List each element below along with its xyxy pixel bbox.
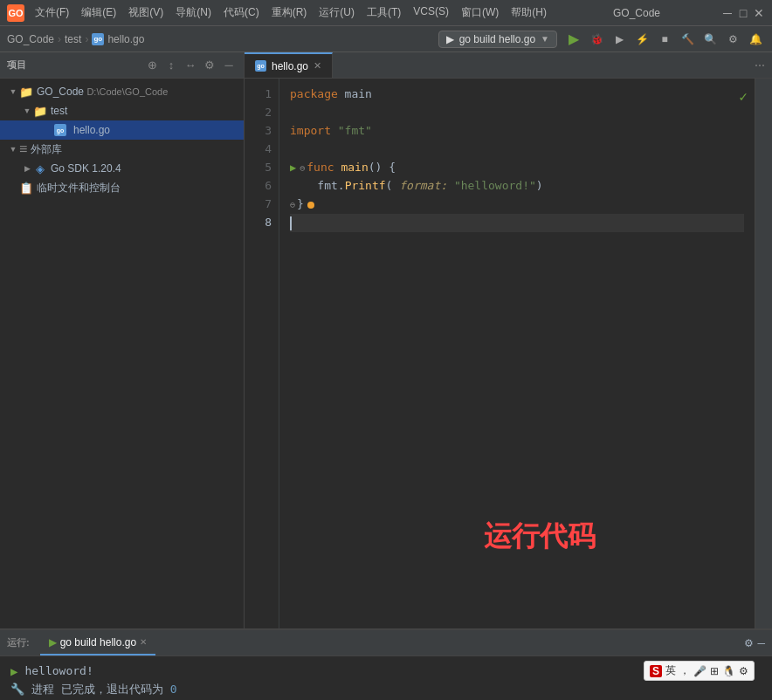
tree-icon-temp: 📋	[19, 182, 33, 195]
code-line-8[interactable]	[290, 214, 744, 232]
tree-label-hello-go: hello.go	[73, 124, 110, 136]
sidebar-minimize-icon[interactable]: ─	[221, 58, 237, 73]
stop-button[interactable]: ■	[655, 30, 674, 49]
code-content[interactable]: ✓ package main import "fmt" ▶ ⊖ func mai	[279, 79, 755, 628]
app-logo: GO	[7, 4, 24, 22]
tree-item-root[interactable]: ▼ 📁 GO_Code D:\Code\GO_Code	[0, 82, 244, 101]
search-button[interactable]: 🔍	[700, 30, 720, 49]
tree-item-test[interactable]: ▼ 📁 test	[0, 101, 244, 120]
ime-item-1[interactable]: 英	[665, 663, 676, 678]
code-editor: 1 2 3 4 5 6 7 8 ✓ package main import	[245, 79, 772, 628]
menu-vcs[interactable]: VCS(S)	[408, 3, 454, 22]
bottom-tab-bar: 运行: ▶ go build hello.go ✕ ⚙ ─	[0, 630, 772, 656]
fold-icon-5[interactable]: ⊖	[300, 161, 305, 175]
tree-label-temp: 临时文件和控制台	[37, 181, 121, 196]
breadcrumb-sep2: ›	[85, 33, 88, 45]
tree-icon-ext: ≡	[19, 141, 27, 157]
cursor	[290, 216, 299, 230]
tree-label-sdk: Go SDK 1.20.4	[51, 162, 121, 175]
main-area: 项目 ⊕ ↕ ↔ ⚙ ─ ▼ 📁 GO_Code D:\Code\GO_Code…	[0, 52, 772, 628]
tree-arrow-ext: ▼	[7, 143, 19, 155]
btab-run-close[interactable]: ✕	[140, 637, 147, 647]
sidebar-expand-icon[interactable]: ↕	[163, 58, 179, 73]
fn-printf: Printf	[345, 177, 386, 196]
menu-view[interactable]: 视图(V)	[123, 3, 169, 22]
plain-space	[331, 122, 338, 141]
tab-bar: go hello.go ✕ ⋯	[245, 52, 772, 79]
settings-button[interactable]: ⚙	[723, 30, 742, 49]
menu-help[interactable]: 帮助(H)	[506, 3, 552, 22]
brace-close: }	[297, 196, 304, 214]
run-config[interactable]: ▶ go build hello.go ▼	[438, 31, 557, 48]
code-line-6: fmt.Printf( format: "helloword!")	[290, 177, 744, 196]
code-line-7: ⊖ }	[290, 196, 744, 214]
btab-settings-icon[interactable]: ⚙	[744, 637, 754, 649]
tree-icon-test: 📁	[33, 104, 47, 118]
plain-paren: () {	[369, 159, 396, 177]
ime-mic-icon[interactable]: 🎤	[693, 665, 707, 677]
maximize-button[interactable]: □	[737, 7, 749, 19]
editor-tab-hello-go[interactable]: go hello.go ✕	[245, 52, 333, 78]
str-helloword: "helloword!"	[454, 177, 536, 196]
sidebar-collapse-icon[interactable]: ↔	[183, 58, 198, 73]
tab-label: hello.go	[272, 60, 308, 72]
plain-main: main	[338, 86, 372, 104]
editor-area: go hello.go ✕ ⋯ 1 2 3 4 5 6 7 8 ✓ packag	[245, 52, 772, 628]
run-config-label: go build hello.go	[459, 33, 535, 45]
breadcrumb-file-icon: go	[92, 33, 104, 45]
breadcrumb: GO_Code › test › go hello.go	[7, 33, 144, 45]
plain-space2	[334, 159, 341, 177]
menu-bar: 文件(F) 编辑(E) 视图(V) 导航(N) 代码(C) 重构(R) 运行(U…	[30, 3, 552, 22]
tree-label-test: test	[51, 105, 67, 117]
plain-indent: fmt.	[290, 177, 345, 196]
menu-window[interactable]: 窗口(W)	[456, 3, 504, 22]
toolbar-run-icons: ▶ 🐞 ▶ ⚡ ■ 🔨 🔍 ⚙ 🔔	[564, 30, 765, 49]
ime-penguin-icon[interactable]: 🐧	[722, 665, 735, 677]
tree-item-sdk[interactable]: ▶ ◈ Go SDK 1.20.4	[0, 159, 244, 178]
run-gutter-icon[interactable]: ▶	[290, 160, 296, 176]
menu-code[interactable]: 代码(C)	[218, 3, 265, 22]
breadcrumb-project[interactable]: GO_Code	[7, 33, 54, 45]
ime-brand-icon: S	[650, 665, 662, 677]
ime-grid-icon[interactable]: ⊞	[710, 665, 719, 677]
tree-item-ext-libs[interactable]: ▼ ≡ 外部库	[0, 140, 244, 159]
tab-close-button[interactable]: ✕	[314, 60, 321, 72]
menu-nav[interactable]: 导航(N)	[170, 3, 217, 22]
sidebar-add-icon[interactable]: ⊕	[144, 58, 160, 73]
ime-settings-icon[interactable]: ⚙	[739, 665, 748, 677]
kw-func: func	[307, 159, 334, 177]
menu-file[interactable]: 文件(F)	[30, 3, 74, 22]
output-arrow-icon: ▶	[10, 662, 17, 681]
breadcrumb-subfolder[interactable]: test	[65, 33, 81, 45]
sidebar-settings-icon[interactable]: ⚙	[202, 58, 217, 73]
minimize-button[interactable]: ─	[721, 7, 734, 19]
tree-arrow-test: ▼	[21, 105, 33, 117]
debug-button[interactable]: 🐞	[587, 30, 606, 49]
line-num-7: 7	[245, 196, 279, 214]
menu-run[interactable]: 运行(U)	[314, 3, 360, 22]
title-bar: GO 文件(F) 编辑(E) 视图(V) 导航(N) 代码(C) 重构(R) 运…	[0, 0, 772, 26]
sidebar-panel-label: 项目	[7, 58, 141, 72]
menu-tools[interactable]: 工具(T)	[362, 3, 406, 22]
menu-refactor[interactable]: 重构(R)	[266, 3, 313, 22]
close-button[interactable]: ✕	[753, 7, 765, 19]
line-num-8: 8	[245, 214, 279, 232]
tree-label-root: GO_Code D:\Code\GO_Code	[37, 86, 168, 98]
menu-edit[interactable]: 编辑(E)	[76, 3, 121, 22]
profile-button[interactable]: ⚡	[632, 30, 651, 49]
breadcrumb-file[interactable]: hello.go	[107, 33, 144, 45]
tree-arrow-root: ▼	[7, 86, 19, 98]
ime-bar[interactable]: S 英 ， 🎤 ⊞ 🐧 ⚙	[644, 661, 755, 681]
btab-minimize-icon[interactable]: ─	[757, 637, 765, 649]
coverage-button[interactable]: ▶	[610, 30, 629, 49]
btab-run[interactable]: ▶ go build hello.go ✕	[40, 630, 155, 655]
notifications-button[interactable]: 🔔	[746, 30, 765, 49]
build-button[interactable]: 🔨	[678, 30, 697, 49]
run-button[interactable]: ▶	[564, 30, 583, 49]
tree-item-hello-go[interactable]: ▶ go hello.go	[0, 120, 244, 140]
fold-icon-7[interactable]: ⊖	[290, 198, 295, 212]
tree-item-temp[interactable]: ▶ 📋 临时文件和控制台	[0, 178, 244, 197]
code-line-1: package main	[290, 86, 744, 104]
tree-label-ext: 外部库	[31, 142, 62, 157]
tab-more-button[interactable]: ⋯	[748, 52, 772, 78]
